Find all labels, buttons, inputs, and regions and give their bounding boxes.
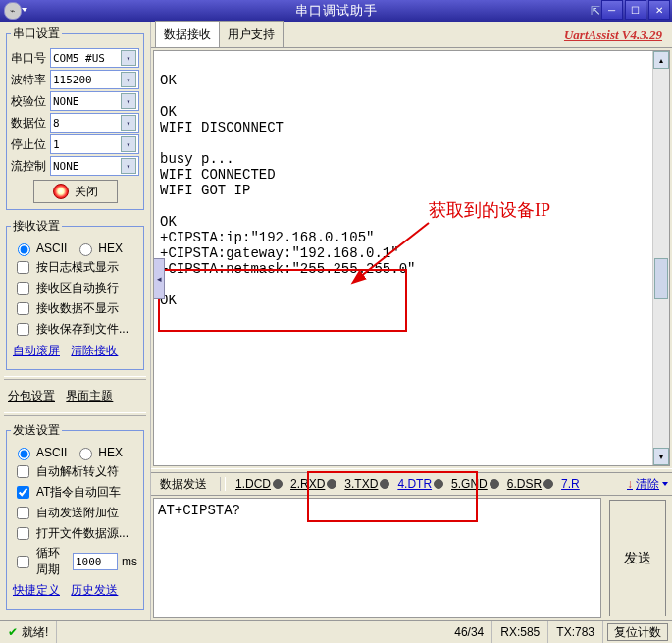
close-button[interactable]: ✕ [648, 0, 670, 20]
send-ascii-radio[interactable]: ASCII [13, 445, 67, 460]
auto-escape-check[interactable]: 自动解析转义符 [13, 462, 137, 481]
dropdown-icon: ▾ [121, 93, 136, 109]
baud-label: 波特率 [11, 72, 50, 88]
recv-hex-radio[interactable]: HEX [75, 241, 123, 256]
minimize-button[interactable]: ─ [601, 0, 623, 20]
dropdown-icon: ▾ [121, 72, 136, 87]
recv-ascii-radio[interactable]: ASCII [13, 241, 67, 256]
maximize-button[interactable]: ☐ [625, 0, 646, 20]
send-header-label: 数据发送 [155, 473, 212, 496]
shortcut-link[interactable]: 快捷定义 [13, 583, 60, 597]
window-title: 串口调试助手 [295, 2, 378, 20]
port-label: 串口号 [11, 50, 50, 67]
send-settings-group: 发送设置 ASCII HEX 自动解析转义符 AT指令自动回车 自动发送附加位 … [6, 422, 144, 610]
sig-dcd[interactable]: 1.DCD [233, 477, 284, 491]
led-icon [490, 479, 499, 489]
sig-gnd[interactable]: 5.GND [449, 477, 501, 491]
stopbits-label: 停止位 [11, 136, 50, 153]
auto-scroll-link[interactable]: 自动滚屏 [13, 344, 60, 357]
led-icon [273, 479, 283, 489]
scrollbar[interactable]: ▴ ▾ [652, 51, 669, 465]
chevron-down-icon [662, 482, 668, 486]
sig-dsr[interactable]: 6.DSR [505, 477, 555, 491]
status-tx: TX:783 [548, 621, 603, 643]
recv-settings-group: 接收设置 ASCII HEX 按日志模式显示 接收区自动换行 接收数据不显示 接… [6, 218, 144, 370]
theme-link[interactable]: 界面主题 [66, 389, 113, 402]
status-led-icon [53, 184, 69, 199]
led-icon [543, 479, 553, 489]
dropdown-icon: ▾ [121, 115, 136, 131]
sig-txd[interactable]: 3.TXD [342, 477, 391, 491]
separator [4, 376, 146, 380]
send-hex-radio[interactable]: HEX [75, 445, 123, 460]
collapse-handle[interactable]: ◂ [153, 258, 165, 299]
dropdown-icon: ▾ [121, 158, 136, 174]
receive-area[interactable]: OK OK WIFI DISCONNECT busy p... WIFI CON… [153, 50, 670, 466]
clear-send-link[interactable]: ↓清除 [627, 476, 668, 493]
port-settings-legend: 串口设置 [11, 26, 62, 42]
stopbits-select[interactable]: 1▾ [50, 134, 139, 154]
port-settings-group: 串口设置 串口号 COM5 #US▾ 波特率 115200▾ 校验位 NONE▾… [6, 26, 144, 210]
databits-label: 数据位 [11, 115, 50, 132]
dropdown-icon: ▾ [121, 50, 136, 66]
separator [220, 477, 226, 491]
send-panel: 数据发送 1.DCD 2.RXD 3.TXD 4.DTR 5.GND 6.DSR… [151, 473, 672, 620]
ready-icon: ✔ [8, 625, 18, 639]
recv-settings-legend: 接收设置 [11, 218, 62, 235]
at-cr-check[interactable]: AT指令自动回车 [13, 483, 137, 502]
save-file-check[interactable]: 接收保存到文件... [13, 320, 137, 339]
sig-rxd[interactable]: 2.RXD [288, 477, 338, 491]
app-icon: ⌁ [4, 2, 22, 20]
brand-link[interactable]: UartAssist V4.3.29 [564, 27, 662, 43]
status-ready: ✔就绪! [0, 621, 57, 643]
cycle-check[interactable]: 循环周期 ms [13, 545, 137, 578]
port-select[interactable]: COM5 #US▾ [50, 48, 139, 68]
sig-rts[interactable]: 7.R [559, 477, 582, 491]
auto-append-check[interactable]: 自动发送附加位 [13, 504, 137, 522]
history-link[interactable]: 历史发送 [71, 583, 118, 597]
parity-label: 校验位 [11, 93, 50, 110]
open-close-button[interactable]: 关闭 [33, 180, 118, 203]
tab-support[interactable]: 用户支持 [219, 21, 284, 47]
log-mode-check[interactable]: 按日志模式显示 [13, 258, 137, 277]
receive-text: OK OK WIFI DISCONNECT busy p... WIFI CON… [154, 51, 669, 314]
flow-label: 流控制 [11, 158, 50, 175]
auto-wrap-check[interactable]: 接收区自动换行 [13, 279, 137, 297]
packet-settings-link[interactable]: 分包设置 [8, 389, 55, 402]
statusbar: ✔就绪! 46/34 RX:585 TX:783 复位计数 [0, 620, 672, 643]
separator [4, 412, 146, 416]
status-rx: RX:585 [492, 621, 548, 643]
dropdown-icon: ▾ [121, 136, 136, 152]
scroll-down-icon[interactable]: ▾ [653, 448, 669, 465]
tab-recv[interactable]: 数据接收 [155, 21, 220, 47]
send-button[interactable]: 发送 [609, 500, 666, 616]
baud-select[interactable]: 115200▾ [50, 70, 139, 89]
tabs-row: 数据接收 用户支持 UartAssist V4.3.29 [151, 22, 672, 48]
scroll-thumb[interactable] [654, 258, 668, 299]
led-icon [327, 479, 336, 489]
led-icon [434, 479, 443, 489]
reset-counter-button[interactable]: 复位计数 [607, 623, 668, 641]
main-area: 数据接收 用户支持 UartAssist V4.3.29 OK OK WIFI … [150, 22, 672, 620]
system-menu-drop[interactable] [22, 8, 27, 12]
sig-dtr[interactable]: 4.DTR [395, 477, 445, 491]
open-file-check[interactable]: 打开文件数据源... [13, 524, 137, 543]
scroll-up-icon[interactable]: ▴ [653, 51, 669, 69]
flow-select[interactable]: NONE▾ [50, 156, 139, 176]
status-counts: 46/34 [446, 621, 492, 643]
hide-recv-check[interactable]: 接收数据不显示 [13, 299, 137, 318]
sidebar: 串口设置 串口号 COM5 #US▾ 波特率 115200▾ 校验位 NONE▾… [0, 22, 150, 620]
led-icon [380, 479, 389, 489]
databits-select[interactable]: 8▾ [50, 113, 139, 133]
titlebar: ⌁ 串口调试助手 ⇱ ─ ☐ ✕ [0, 0, 672, 22]
send-input[interactable] [153, 498, 601, 618]
send-settings-legend: 发送设置 [11, 422, 62, 439]
clear-recv-link[interactable]: 清除接收 [71, 344, 118, 357]
send-header: 数据发送 1.DCD 2.RXD 3.TXD 4.DTR 5.GND 6.DSR… [151, 473, 672, 496]
parity-select[interactable]: NONE▾ [50, 91, 139, 111]
cycle-input[interactable] [73, 553, 118, 570]
